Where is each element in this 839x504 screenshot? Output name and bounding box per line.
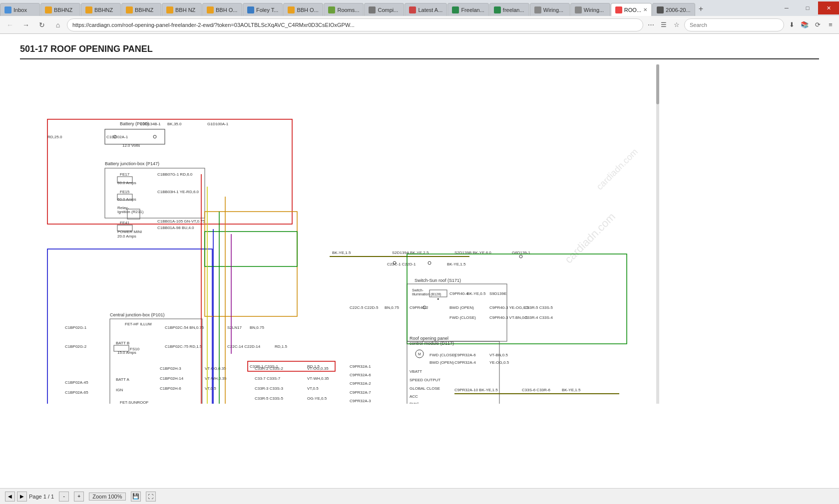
- svg-text:C1BP02C-75   RD,1.5: C1BP02C-75 RD,1.5: [165, 344, 202, 349]
- svg-text:C22C-1  C22D-1: C22C-1 C22D-1: [387, 262, 416, 266]
- zoom-in-button[interactable]: +: [74, 492, 84, 502]
- svg-text:RD,1.5: RD,1.5: [307, 364, 320, 369]
- svg-text:FWD (CLOSE): FWD (CLOSE): [429, 353, 456, 357]
- next-page-button[interactable]: ▶: [17, 492, 27, 502]
- svg-text:C9PR40-3   VT-BN,0.5: C9PR40-3 VT-BN,0.5: [489, 315, 528, 320]
- tab-label-bbhnz1: BBHNZ: [54, 7, 72, 13]
- svg-text:C33R-5  C33S-5: C33R-5 C33S-5: [524, 305, 553, 310]
- window-controls: ─ □ ✕: [776, 0, 839, 16]
- page-info: Page 1 / 1: [29, 494, 54, 500]
- tab-latest[interactable]: Latest A...: [405, 3, 447, 16]
- svg-text:C1BB03H-1   YE-RD,6.0: C1BB03H-1 YE-RD,6.0: [157, 190, 199, 194]
- star-icon[interactable]: ☆: [671, 19, 682, 30]
- reader-icon[interactable]: ☰: [658, 19, 669, 30]
- tab-roof[interactable]: ROO... ✕: [611, 3, 652, 16]
- tab-label-foley: Foley T...: [256, 7, 278, 13]
- fullscreen-icon[interactable]: ⛶: [146, 492, 156, 502]
- svg-text:Illumination (B128): Illumination (B128): [412, 292, 441, 296]
- svg-rect-32: [205, 232, 297, 266]
- svg-text:60.0 Amps: 60.0 Amps: [117, 197, 136, 202]
- maximize-button[interactable]: □: [797, 1, 818, 14]
- back-button[interactable]: ←: [3, 18, 17, 32]
- svg-point-101: [428, 261, 431, 264]
- svg-text:VT,0.5: VT,0.5: [205, 386, 216, 391]
- svg-text:Central junction-box (P101): Central junction-box (P101): [110, 312, 165, 317]
- tab-close-roof[interactable]: ✕: [641, 7, 647, 12]
- svg-text:C33R-1  C33S-1: C33R-1 C33S-1: [250, 364, 278, 369]
- svg-text:C22C-5  C22D-5: C22C-5 C22D-5: [350, 305, 379, 310]
- tab-freel1[interactable]: Freelan...: [447, 3, 488, 16]
- home-button[interactable]: ⌂: [51, 18, 65, 32]
- address-bar-row: ← → ↻ ⌂ ⋯ ☰ ☆ ⬇ 📚 ⟳ ≡: [0, 16, 839, 34]
- tab-wire1[interactable]: Wiring...: [530, 3, 570, 16]
- svg-text:VT-OG,0.35: VT-OG,0.35: [205, 366, 226, 371]
- tab-favicon-freel1: [452, 6, 459, 13]
- reload-button[interactable]: ↻: [35, 18, 49, 32]
- svg-text:VT-WH,0.35: VT-WH,0.35: [307, 376, 329, 381]
- svg-text:FET-HF ILLUM: FET-HF ILLUM: [125, 322, 152, 326]
- tab-freel2[interactable]: freelan...: [489, 3, 529, 16]
- address-input[interactable]: [67, 18, 643, 31]
- search-input[interactable]: [684, 18, 784, 31]
- svg-text:POWER MINI: POWER MINI: [117, 230, 142, 234]
- new-tab-button[interactable]: +: [696, 4, 706, 13]
- svg-text:C1BB01A-105  GN-VT,0.75: C1BB01A-105 GN-VT,0.75: [157, 219, 205, 224]
- download-icon[interactable]: ⬇: [786, 19, 797, 30]
- tab-label-bbho6: BBH O...: [297, 7, 318, 13]
- svg-text:FE41: FE41: [120, 221, 130, 225]
- svg-text:BK-YE,0.5: BK-YE,0.5: [467, 291, 486, 296]
- svg-text:BATT B: BATT B: [116, 341, 129, 345]
- tab-favicon-freel2: [494, 6, 501, 13]
- tab-label-inbox: Inbox: [13, 7, 27, 13]
- tab-favicon-roof: [615, 6, 622, 13]
- svg-text:C1BB07G-1   RD,6.0: C1BB07G-1 RD,6.0: [157, 172, 193, 177]
- tab-favicon-bbhnz4: [166, 6, 173, 13]
- svg-text:S2LN17: S2LN17: [227, 325, 242, 330]
- tab-rooms[interactable]: Rooms...: [324, 3, 364, 16]
- menu-icon[interactable]: ≡: [825, 19, 836, 30]
- svg-text:BK-YE,1.5: BK-YE,1.5: [332, 251, 351, 255]
- forward-button[interactable]: →: [19, 18, 33, 32]
- library-icon[interactable]: 📚: [799, 19, 810, 30]
- tab-favicon-rooms: [328, 6, 335, 13]
- tab-bbho5[interactable]: BBH O...: [202, 3, 242, 16]
- prev-page-button[interactable]: ◀: [5, 492, 15, 502]
- tab-inbox[interactable]: Inbox: [0, 3, 40, 16]
- svg-text:C9PR32A-6: C9PR32A-6: [454, 353, 476, 357]
- tab-bbhnz2[interactable]: BBHNZ: [81, 3, 121, 16]
- save-icon[interactable]: 💾: [131, 492, 141, 502]
- svg-text:S9D139E: S9D139E: [489, 291, 506, 296]
- svg-text:C9PR32A-4: C9PR32A-4: [454, 360, 476, 365]
- tab-label-latest: Latest A...: [418, 7, 442, 13]
- svg-rect-10: [47, 119, 292, 224]
- svg-text:C9PR32A-7: C9PR32A-7: [350, 390, 371, 395]
- svg-text:C33R-3  C33S-3: C33R-3 C33S-3: [255, 386, 283, 391]
- zoom-out-button[interactable]: -: [59, 492, 69, 502]
- tab-year[interactable]: 2006-20...: [652, 3, 695, 16]
- tab-label-wire1: Wiring...: [543, 7, 563, 13]
- svg-text:BK-YE,1.5: BK-YE,1.5: [447, 262, 466, 266]
- tab-bbhnz4[interactable]: BBH NZ: [162, 3, 202, 16]
- svg-text:C1BP02A-65: C1BP02A-65: [65, 390, 88, 395]
- tab-foley[interactable]: Foley T...: [243, 3, 283, 16]
- tab-compi[interactable]: Compi...: [364, 3, 404, 16]
- svg-text:FET-SUNROOF: FET-SUNROOF: [120, 400, 148, 404]
- close-button[interactable]: ✕: [818, 1, 839, 14]
- minimize-button[interactable]: ─: [776, 1, 797, 14]
- tab-wire2[interactable]: Wiring...: [570, 3, 610, 16]
- tab-label-rooms: Rooms...: [337, 7, 359, 13]
- svg-rect-137: [656, 64, 659, 404]
- zoom-level: Zoom 100%: [89, 493, 125, 501]
- tab-bbhnz1[interactable]: BBHNZ: [40, 3, 80, 16]
- tab-bbho6[interactable]: BBH O...: [283, 3, 323, 16]
- svg-text:C9PR32A-3: C9PR32A-3: [350, 399, 371, 403]
- sync-icon[interactable]: ⟳: [812, 19, 823, 30]
- svg-text:FE15: FE15: [120, 190, 130, 194]
- tab-label-wire2: Wiring...: [584, 7, 604, 13]
- svg-text:C1BP02G-2: C1BP02G-2: [65, 344, 87, 349]
- svg-text:Switch-: Switch-: [412, 288, 424, 292]
- tab-label-freel2: freelan...: [503, 7, 524, 13]
- svg-text:C9PR40-3   YE-OG,0.5: C9PR40-3 YE-OG,0.5: [489, 305, 529, 310]
- bookmark-icon[interactable]: ⋯: [645, 19, 656, 30]
- tab-bbhnz3[interactable]: BBHNZ: [121, 3, 161, 16]
